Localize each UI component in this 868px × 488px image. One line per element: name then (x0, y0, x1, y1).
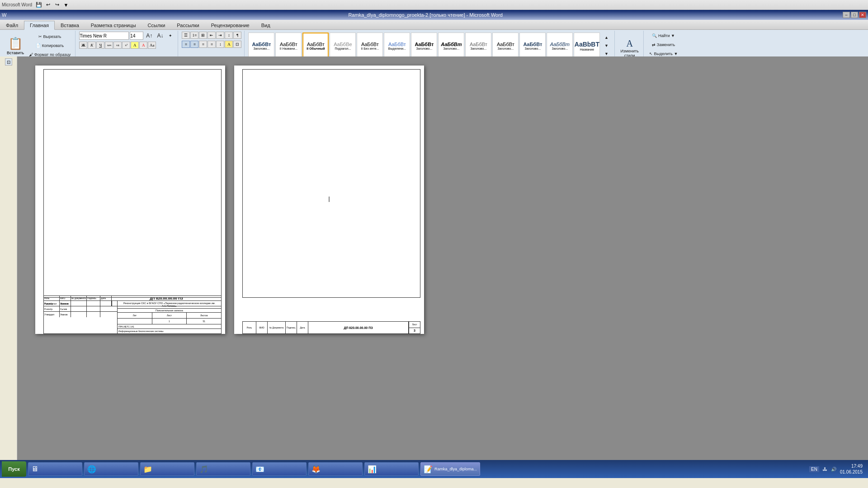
bullets-button[interactable]: ☰ (182, 32, 190, 39)
start-button[interactable]: Пуск (2, 461, 26, 477)
title-block-page1: Роль ФИО № Документа Подпись Дата ДП 820… (43, 296, 222, 334)
tab-mailings[interactable]: Рассылки (171, 20, 205, 29)
text-cursor[interactable] (329, 196, 330, 204)
taskbar-item-desktop[interactable]: 🖥 (28, 462, 82, 476)
pilcrow-button[interactable]: ¶ (233, 32, 241, 39)
shading-button[interactable]: A (225, 41, 233, 48)
tb-sheets-label: Листов (187, 313, 221, 318)
style-heading6[interactable]: AaБбВт Заголово... (519, 33, 546, 59)
styles-scroll-up[interactable]: ▲ (602, 33, 611, 42)
layout-toggle[interactable]: ⊡ (5, 58, 12, 66)
system-tray: EN 🖧 🔊 17:49 01.06.2015 (809, 463, 866, 475)
taskbar-item-excel[interactable]: 📊 (364, 462, 419, 476)
tb-date-header: Дата (100, 296, 112, 300)
tab-references[interactable]: Ссылки (142, 20, 171, 29)
bold-button[interactable]: Ж (79, 42, 87, 49)
page-2-border (242, 69, 420, 298)
app-icon: W (2, 12, 6, 18)
tab-view[interactable]: Вид (255, 20, 276, 29)
align-right-button[interactable]: ≡ (199, 41, 207, 48)
align-left-button[interactable]: ≡ (182, 41, 190, 48)
strikethrough-button[interactable]: зач (105, 42, 113, 49)
underline-button[interactable]: Ч (96, 42, 104, 49)
paste-button[interactable]: 📋 Вставить (5, 35, 26, 56)
multilevel-button[interactable]: ⊞ (199, 32, 207, 39)
tb-rukavod: Руковод (44, 301, 60, 306)
taskbar-item-media[interactable]: 🎵 (196, 462, 250, 476)
sort-button[interactable]: ↕ (225, 32, 233, 39)
tab-home[interactable]: Главная (24, 21, 55, 30)
left-panel: ⊡ (0, 56, 17, 478)
subscript-button[interactable]: x₂ (113, 42, 122, 49)
tab-file[interactable]: Файл (0, 20, 24, 29)
document-area[interactable]: Роль ФИО № Документа Подпись Дата ДП 820… (17, 56, 868, 478)
tab-layout[interactable]: Разметка страницы (85, 20, 142, 29)
justify-button[interactable]: ≡ (208, 41, 216, 48)
tb-role-header: Роль (44, 296, 60, 300)
close-button[interactable]: ✕ (859, 12, 866, 18)
style-heading1[interactable]: AaБбВт Заголово... (248, 33, 274, 59)
numbering-button[interactable]: 1≡ (190, 32, 198, 39)
tb-sheet-num: 1 (152, 319, 187, 324)
tb2-list-label: Лист (409, 322, 420, 328)
line-spacing-button[interactable]: ↕ (216, 41, 224, 48)
tb-docnum-header: № Документа (71, 296, 87, 300)
tb2-role: Роль (243, 322, 256, 333)
lang-indicator[interactable]: EN (809, 466, 819, 472)
window-title: Ramka_dlya_diplomnogo_proekta-2 [только … (8, 12, 843, 18)
styles-scroll-down[interactable]: ▼ (602, 42, 611, 50)
replace-button[interactable]: ⇄ Заменить (650, 41, 677, 49)
save-button[interactable]: 💾 (35, 1, 43, 9)
more-button[interactable]: ▼ (62, 1, 70, 9)
tab-review[interactable]: Рецензирование (205, 20, 255, 29)
style-heading7[interactable]: AaБбВт Заголово... (547, 33, 573, 59)
taskbar-item-word[interactable]: 📝 Ramka_dlya_diploma... (420, 462, 480, 476)
taskbar-item-explorer[interactable]: 📁 (140, 462, 194, 476)
undo-button[interactable]: ↩ (44, 1, 52, 9)
tb-lit-label: Лит (118, 313, 152, 318)
italic-button[interactable]: К (88, 42, 96, 49)
style-normal[interactable]: AaБбВт II Обычный (302, 33, 329, 59)
copy-button[interactable]: 📄 Копировать (27, 42, 72, 50)
increase-indent-button[interactable]: ⇥ (216, 32, 224, 39)
style-title2[interactable]: AaBbBT Название (574, 33, 600, 59)
text-effects-button[interactable]: Aa (148, 42, 156, 49)
taskbar-item-mail[interactable]: 📧 (252, 462, 307, 476)
tb-name4: Уванов (60, 312, 71, 317)
style-heading2[interactable]: AaБбВт Заголово... (411, 33, 437, 59)
align-center-button[interactable]: ≡ (190, 41, 198, 48)
style-subtitle[interactable]: AaБбВe Подзагол... (330, 33, 356, 59)
tab-insert[interactable]: Вставка (55, 20, 85, 29)
font-name-input[interactable] (79, 32, 129, 40)
find-button[interactable]: 🔍 Найти ▼ (650, 32, 677, 40)
maximize-button[interactable]: □ (851, 12, 858, 18)
font-size-input[interactable] (130, 32, 143, 40)
date: 01.06.2015 (840, 469, 863, 475)
style-title[interactable]: AaБбВт II Названи... (275, 33, 302, 59)
cut-button[interactable]: ✂ Вырезать (27, 33, 72, 41)
decrease-font-button[interactable]: A↓ (155, 32, 165, 40)
tb2-fio: ФИО (256, 322, 268, 333)
increase-font-button[interactable]: A↑ (144, 32, 154, 40)
change-style-button[interactable]: A Изменитьстили (618, 37, 641, 59)
tb2-docnum: № Документа (268, 322, 286, 333)
style-emphasis[interactable]: AaБбВт Выделени... (384, 33, 410, 59)
decrease-indent-button[interactable]: ⇤ (208, 32, 216, 39)
style-no-spacing[interactable]: AaБбВт II Без инте... (357, 33, 383, 59)
style-heading5[interactable]: AaБбВт Заголово... (492, 33, 519, 59)
volume-icon[interactable]: 🔊 (831, 467, 836, 472)
tb-utv: Утвердил (44, 312, 60, 317)
redo-button[interactable]: ↪ (53, 1, 61, 9)
style-heading4[interactable]: AaБбВт Заголово... (465, 33, 491, 59)
time: 17:49 (851, 463, 863, 469)
font-color-button[interactable]: A (139, 42, 147, 49)
clear-format-button[interactable]: ✦ (166, 32, 175, 40)
superscript-button[interactable]: x² (122, 42, 130, 49)
taskbar-item-ie[interactable]: 🌐 (84, 462, 138, 476)
style-heading3[interactable]: AaБбВт Заголово... (438, 33, 464, 59)
highlight-button[interactable]: A (131, 42, 139, 49)
border-button[interactable]: ⊡ (233, 41, 241, 48)
taskbar-item-firefox[interactable]: 🦊 (308, 462, 363, 476)
tb-doc-type: Пояснительная записка (118, 309, 221, 313)
minimize-button[interactable]: – (843, 12, 850, 18)
